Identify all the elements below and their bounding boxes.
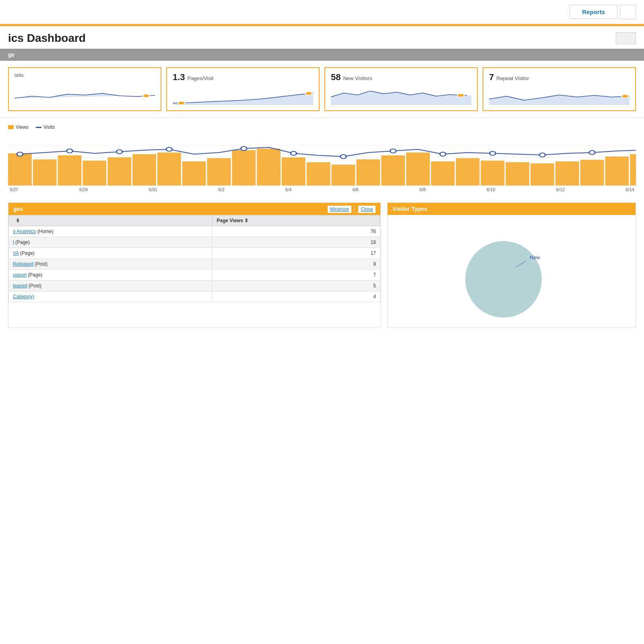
page-link[interactable]: o Analytics xyxy=(13,229,36,234)
reports-button[interactable]: Reports xyxy=(570,5,617,19)
chart-dates: 5/27 5/29 5/31 6/2 6/4 6/6 6/8 6/10 6/12… xyxy=(8,187,636,192)
svg-rect-33 xyxy=(530,163,554,186)
svg-rect-27 xyxy=(381,155,405,186)
visitor-panel-title: Visitor Types xyxy=(392,206,427,212)
page-link[interactable]: upport xyxy=(13,272,27,278)
svg-rect-29 xyxy=(431,161,455,186)
stat-card-visits-chart xyxy=(14,82,155,102)
svg-marker-0 xyxy=(14,93,155,98)
svg-rect-12 xyxy=(8,153,32,186)
col-page-label xyxy=(13,218,14,223)
col-page-header[interactable]: ⇕ xyxy=(9,215,213,226)
visitor-panel: Visitor Types New xyxy=(387,202,636,328)
date-label-8: 6/10 xyxy=(487,187,495,192)
table-row: o Analytics (Home)76 xyxy=(9,226,380,237)
page-link[interactable]: VA xyxy=(13,250,19,256)
legend-blue-swatch xyxy=(36,127,41,128)
svg-point-3 xyxy=(178,101,185,105)
page-cell: o Analytics (Home) xyxy=(9,226,213,237)
svg-point-38 xyxy=(17,152,23,156)
svg-rect-13 xyxy=(33,159,57,186)
visitor-chart-area: New xyxy=(388,215,636,328)
page-title: ics Dashboard xyxy=(8,32,86,45)
legend-visits: Visits xyxy=(36,124,55,130)
header-action-button[interactable] xyxy=(616,32,636,44)
table-row: VA (Page)17 xyxy=(9,248,380,259)
svg-point-8 xyxy=(621,95,628,98)
section-bar: ge xyxy=(0,49,644,61)
legend-visits-label: Visits xyxy=(43,124,55,130)
date-label-6: 6/6 xyxy=(353,187,359,192)
svg-rect-22 xyxy=(257,149,281,186)
table-row: leased (Post)5 xyxy=(9,281,380,291)
stat-card-pages-chart xyxy=(173,85,313,105)
svg-rect-20 xyxy=(207,158,231,186)
pages-panel-title: ges xyxy=(13,206,23,212)
stat-card-pages-value: 1.3 xyxy=(173,72,185,83)
page-cell: l (Page) xyxy=(9,237,213,248)
date-label-1: 5/27 xyxy=(10,187,18,192)
svg-rect-26 xyxy=(356,159,380,186)
page-link[interactable]: l xyxy=(13,239,14,245)
stat-cards-row: isits 1.3 Pages/Visit 58 New Visitors xyxy=(0,61,644,118)
table-row: Released (Post)9 xyxy=(9,259,380,270)
svg-rect-18 xyxy=(157,153,181,186)
pages-table-body: o Analytics (Home)76l (Page)18VA (Page)1… xyxy=(9,226,380,302)
section-label: ge xyxy=(8,52,14,58)
svg-rect-17 xyxy=(132,154,156,186)
page-link[interactable]: Released xyxy=(13,261,33,267)
svg-marker-2 xyxy=(173,93,313,105)
views-cell: 9 xyxy=(213,259,380,270)
svg-point-49 xyxy=(589,151,595,155)
views-cell: 7 xyxy=(213,270,380,281)
stat-card-visits-label: isits xyxy=(14,72,155,78)
views-cell: 18 xyxy=(213,237,380,248)
legend-views-label: Views xyxy=(16,124,29,130)
svg-point-51 xyxy=(465,241,542,318)
nav-extra-button[interactable] xyxy=(620,5,636,19)
page-cell: Released (Post) xyxy=(9,259,213,270)
bottom-panels: ges Minimize | Close ⇕ Page Views ⇕ o xyxy=(0,196,644,334)
col-views-label: Page Views xyxy=(217,218,243,223)
page-cell: Category) xyxy=(9,291,213,302)
page-cell: leased (Post) xyxy=(9,281,213,291)
legend-orange-swatch xyxy=(8,125,14,129)
svg-rect-19 xyxy=(182,161,206,186)
stat-card-new-visitors: 58 New Visitors xyxy=(324,67,478,111)
svg-point-41 xyxy=(166,147,172,151)
svg-rect-23 xyxy=(282,157,305,186)
svg-rect-34 xyxy=(555,161,579,186)
minimize-link[interactable]: Minimize xyxy=(328,206,351,213)
stat-card-pages-visit: 1.3 Pages/Visit xyxy=(166,67,320,111)
svg-point-48 xyxy=(539,153,545,157)
table-row: upport (Page)7 xyxy=(9,270,380,281)
stat-card-repeat-chart xyxy=(489,85,630,105)
svg-rect-30 xyxy=(456,158,480,186)
stat-card-visits: isits xyxy=(8,67,161,111)
svg-point-6 xyxy=(457,94,464,97)
svg-rect-32 xyxy=(506,162,529,186)
visitor-panel-header: Visitor Types xyxy=(388,203,636,215)
stat-card-new-chart xyxy=(331,85,471,105)
page-link[interactable]: leased xyxy=(13,283,27,289)
pages-table: ⇕ Page Views ⇕ o Analytics (Home)76l (Pa… xyxy=(8,215,380,302)
svg-rect-21 xyxy=(232,150,256,186)
close-link[interactable]: Close xyxy=(358,206,376,213)
top-nav: Reports xyxy=(0,0,644,24)
svg-point-40 xyxy=(116,150,122,154)
chart-legend: Views Visits xyxy=(8,124,636,130)
views-cell: 76 xyxy=(213,226,380,237)
stat-card-repeat: 7 Repeat Visitor xyxy=(483,67,636,111)
action-separator: | xyxy=(354,206,356,212)
svg-point-44 xyxy=(341,155,347,159)
date-label-10: 6/14 xyxy=(626,187,634,192)
col-views-header[interactable]: Page Views ⇕ xyxy=(213,215,380,226)
page-link[interactable]: Category) xyxy=(13,294,34,299)
svg-point-1 xyxy=(142,94,149,97)
views-cell: 4 xyxy=(213,291,380,302)
main-chart-svg xyxy=(8,133,636,186)
table-row: Category)4 xyxy=(9,291,380,302)
svg-rect-31 xyxy=(481,161,504,186)
svg-point-39 xyxy=(67,149,73,153)
svg-rect-36 xyxy=(605,157,629,186)
